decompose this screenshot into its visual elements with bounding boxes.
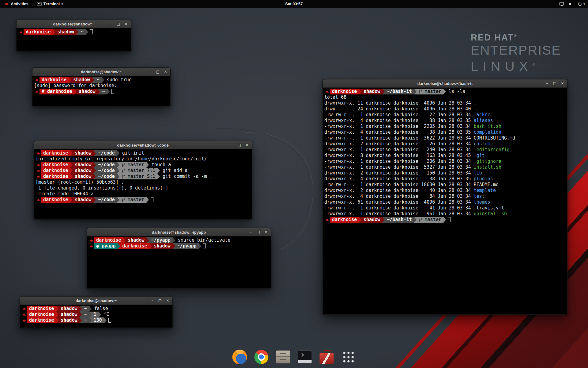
terminal-text: false xyxy=(92,306,108,311)
powerline-arrow xyxy=(173,243,175,249)
minimize-button[interactable]: – xyxy=(150,299,154,302)
file-name: .. xyxy=(474,106,479,112)
display-icon[interactable] xyxy=(559,2,564,6)
redhat-prompt-icon xyxy=(21,317,27,323)
maximize-button[interactable]: □ xyxy=(256,230,260,234)
redhat-prompt-icon xyxy=(36,150,41,156)
terminal-line: -rw-rw-r--. 1 darknoise darknoise 22 Jan… xyxy=(324,112,566,118)
terminal-line: darknoiseshadow~1 ^C xyxy=(21,312,171,317)
dock-app-grid[interactable] xyxy=(340,348,357,366)
terminal-text: -rw-rw-r--. 1 darknoise darknoise 18630 … xyxy=(324,182,499,187)
powerline-arrow xyxy=(56,306,58,312)
close-button[interactable]: × xyxy=(124,22,128,26)
powerline-arrow xyxy=(146,162,149,168)
terminal-text: git commit -a -m . xyxy=(160,174,213,179)
prompt-segment-path: ~ xyxy=(100,89,107,94)
chrome-icon xyxy=(254,350,269,364)
system-status-area[interactable]: ▾ xyxy=(559,0,585,8)
window-titlebar[interactable]: darknoise@shadow:~ – □ × xyxy=(32,68,170,76)
file-name: custom xyxy=(474,141,490,147)
window-titlebar[interactable]: darknoise@shadow:~ – □ × xyxy=(17,20,131,28)
registered-mark: ® xyxy=(533,63,535,67)
file-name: aliases xyxy=(474,118,493,123)
minimize-button[interactable]: – xyxy=(249,230,253,234)
terminal-line: drwxrwxr-x. 4 darknoise darknoise 38 Jan… xyxy=(324,176,566,182)
terminal-content[interactable]: darknoiseshadow~ falsedarknoiseshadow~1 … xyxy=(20,305,172,324)
terminal-text: ^C xyxy=(101,312,109,317)
dock-terminal[interactable] xyxy=(296,348,314,366)
powerline-arrow xyxy=(70,197,73,203)
window-titlebar[interactable]: darknoise@shadow:~ – □ × xyxy=(20,297,172,305)
window-titlebar[interactable]: darknoise@shadow:~/pyapp – □ × xyxy=(87,228,271,236)
powerline-arrow xyxy=(89,312,92,317)
terminal-line: drwxrwxr-x. 4 darknoise darknoise 38 Jan… xyxy=(324,118,566,124)
terminal-text: sudo true xyxy=(104,77,132,82)
powerline-arrow xyxy=(123,237,126,243)
maximize-button[interactable]: □ xyxy=(158,299,162,302)
clock[interactable]: Sat 03:57 xyxy=(285,0,303,8)
redhat-prompt-icon xyxy=(89,243,94,249)
close-button[interactable]: × xyxy=(560,82,564,85)
redhat-prompt-icon xyxy=(34,89,40,94)
terminal-text: drwxrwxr-x. 4 darknoise darknoise 38 Jan… xyxy=(324,118,474,123)
terminal-content[interactable]: darknoiseshadow~ sudo true[sudo] passwor… xyxy=(32,76,170,95)
maximize-button[interactable]: □ xyxy=(553,82,557,85)
prompt-segment-host: shadow xyxy=(73,197,93,203)
powerline-arrow xyxy=(76,29,78,35)
powerline-arrow xyxy=(102,77,104,83)
close-button[interactable]: × xyxy=(264,230,268,234)
close-button[interactable]: × xyxy=(166,299,170,302)
terminal-line: darknoiseshadow~ xyxy=(18,29,129,35)
file-name: bash_it.sh xyxy=(474,124,501,129)
powerline-arrow xyxy=(117,197,119,203)
close-button[interactable]: × xyxy=(245,143,249,147)
prompt-segment-host: shadow xyxy=(73,168,93,174)
file-name: .gitignore xyxy=(474,159,501,164)
prompt-segment-path: ~/code xyxy=(96,168,117,174)
terminal-line: -rwxrwxr-x. 1 darknoise darknoise 961 Ja… xyxy=(324,211,566,217)
powerline-arrow xyxy=(117,174,119,179)
dock-files[interactable] xyxy=(275,348,292,366)
terminal-content[interactable]: darknoiseshadow~ xyxy=(17,28,131,36)
terminal-line: drwxrwxr-x. 4 darknoise darknoise 38 Jan… xyxy=(324,129,566,135)
minimize-button[interactable]: – xyxy=(109,22,113,26)
terminal-cursor xyxy=(203,243,206,248)
rhel-branding: RED HAT® ENTERPRISE LINUX® xyxy=(471,31,561,74)
terminal-content[interactable]: darknoiseshadow~/pyapp source bin/activa… xyxy=(87,236,271,250)
terminal-content[interactable]: darknoiseshadow~/code git initInitialize… xyxy=(34,149,252,204)
redhat-prompt-icon xyxy=(18,29,24,35)
minimize-button[interactable]: – xyxy=(148,70,152,74)
terminal-icon xyxy=(298,351,312,363)
dock-firefox[interactable] xyxy=(231,348,248,366)
prompt-segment-git: master ?:1 xyxy=(119,168,157,174)
power-icon[interactable]: ▾ xyxy=(578,2,585,6)
window-titlebar[interactable]: darknoise@shadow:~/bash-it – □ × xyxy=(323,79,567,88)
prompt-segment-git: master S:1 xyxy=(119,174,157,179)
prompt-segment-user: darknoise xyxy=(330,217,359,223)
volume-icon[interactable] xyxy=(568,2,573,6)
maximize-button[interactable]: □ xyxy=(237,143,241,147)
maximize-button[interactable]: □ xyxy=(156,70,160,74)
dock xyxy=(231,348,357,366)
terminal-window-code: darknoise@shadow:~/code – □ × darknoises… xyxy=(34,141,252,219)
terminal-line: drwxrwxr-x. 2 darknoise darknoise 26 Jan… xyxy=(324,141,566,147)
terminal-content[interactable]: darknoiseshadow~/bash-it master ls -lato… xyxy=(323,88,567,224)
window-title: darknoise@shadow:~ xyxy=(81,70,122,74)
dock-toolbox[interactable] xyxy=(318,348,335,366)
close-button[interactable]: × xyxy=(164,70,168,74)
minimize-button[interactable]: – xyxy=(545,82,549,85)
dock-chrome[interactable] xyxy=(253,348,270,366)
app-menu-terminal[interactable]: Terminal ▾ xyxy=(36,0,64,8)
prompt-segment-path: ~ xyxy=(82,306,89,312)
activities-button[interactable]: Activities xyxy=(3,0,30,8)
minimize-button[interactable]: – xyxy=(230,143,234,147)
terminal-text: total 68 xyxy=(324,94,346,100)
maximize-button[interactable]: □ xyxy=(116,22,120,26)
terminal-line: drwxrwxr-x. 2 darknoise darknoise 150 Ja… xyxy=(324,170,566,176)
terminal-line: drwxrwxr-x. 11 darknoise darknoise 4096 … xyxy=(324,100,566,106)
powerline-arrow xyxy=(70,150,73,156)
terminal-text: -rw-rw-r--. 1 darknoise darknoise 41 Jan… xyxy=(324,205,504,211)
window-titlebar[interactable]: darknoise@shadow:~/code – □ × xyxy=(34,141,252,149)
redhat-logo-icon xyxy=(4,2,9,6)
terminal-line: ● pyappdarknoiseshadow~/pyapp xyxy=(89,243,269,249)
